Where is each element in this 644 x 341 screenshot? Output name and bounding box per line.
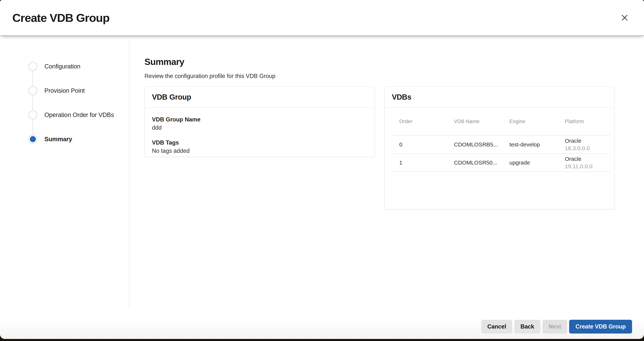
table-header-row: Order VDB Name Engine Platform	[392, 108, 610, 136]
cell-order: 0	[399, 141, 454, 148]
next-button[interactable]: Next	[542, 320, 567, 334]
wizard-stepper: Configuration Provision Point Operation …	[0, 36, 129, 320]
page-title: Summary	[144, 57, 644, 67]
step-configuration[interactable]: Configuration	[28, 62, 129, 71]
dialog-body: Configuration Provision Point Operation …	[0, 36, 644, 320]
vdbs-card-header: VDBs	[385, 87, 614, 108]
step-circle-icon	[28, 110, 37, 119]
vdb-group-card-header: VDB Group	[145, 87, 375, 108]
step-circle-icon	[28, 62, 37, 71]
cell-platform: Oracle 19.11.0.0.0	[565, 155, 610, 170]
platform-version: 18.3.0.0.0	[565, 145, 610, 152]
step-label: Provision Point	[44, 87, 85, 94]
dialog-header: Create VDB Group	[0, 0, 644, 36]
create-vdb-group-button[interactable]: Create VDB Group	[569, 320, 632, 334]
vdbs-table: Order VDB Name Engine Platform 0 CDOMLOS…	[392, 108, 610, 172]
platform-name: Oracle	[565, 137, 610, 145]
summary-panel: Summary Review the configuration profile…	[129, 36, 644, 320]
cell-engine: test-develop	[510, 141, 565, 148]
page-subtitle: Review the configuration profile for thi…	[144, 72, 644, 80]
vdbs-card: VDBs Order VDB Name Engine Platform 0 CD…	[384, 86, 614, 210]
close-icon	[620, 13, 629, 22]
table-row: 1 CDOMLOSR50... upgrade Oracle 19.11.0.0…	[392, 154, 610, 172]
create-vdb-group-dialog: Create VDB Group Configuration Provision…	[0, 0, 644, 339]
step-label: Operation Order for VDBs	[44, 111, 114, 118]
step-operation-order[interactable]: Operation Order for VDBs	[28, 110, 129, 119]
platform-version: 19.11.0.0.0	[565, 163, 610, 170]
vdb-tags-field: VDB Tags No tags added	[152, 139, 368, 155]
column-header-engine: Engine	[510, 119, 565, 124]
vdb-group-card: VDB Group VDB Group Name ddd VDB Tags No…	[144, 86, 375, 157]
step-label: Configuration	[44, 63, 80, 70]
close-button[interactable]	[618, 11, 632, 25]
field-label: VDB Group Name	[152, 116, 368, 123]
cell-platform: Oracle 18.3.0.0.0	[565, 137, 610, 152]
vdbs-card-title: VDBs	[392, 93, 411, 101]
cell-vdb-name: CDOMLOSR50...	[454, 159, 510, 166]
step-label: Summary	[44, 136, 72, 143]
column-header-order: Order	[399, 119, 454, 124]
column-header-vdb-name: VDB Name	[454, 119, 510, 124]
table-row: 0 CDOMLOSRB5... test-develop Oracle 18.3…	[392, 136, 610, 154]
cell-order: 1	[399, 159, 454, 166]
back-button[interactable]: Back	[514, 320, 540, 334]
cell-vdb-name: CDOMLOSRB5...	[454, 141, 510, 148]
column-header-platform: Platform	[565, 119, 610, 124]
field-value: ddd	[152, 124, 368, 131]
step-circle-icon	[28, 86, 37, 95]
cancel-button[interactable]: Cancel	[481, 320, 512, 334]
step-provision-point[interactable]: Provision Point	[28, 86, 129, 95]
cell-engine: upgrade	[510, 159, 565, 166]
field-value: No tags added	[152, 147, 368, 155]
dialog-title: Create VDB Group	[12, 11, 110, 24]
vdb-group-name-field: VDB Group Name ddd	[152, 116, 368, 131]
dialog-footer: Cancel Back Next Create VDB Group	[0, 320, 644, 339]
step-summary[interactable]: Summary	[28, 135, 129, 144]
platform-name: Oracle	[565, 155, 610, 163]
field-label: VDB Tags	[152, 139, 368, 146]
vdb-group-card-title: VDB Group	[152, 93, 191, 101]
step-active-circle-icon	[28, 135, 37, 144]
